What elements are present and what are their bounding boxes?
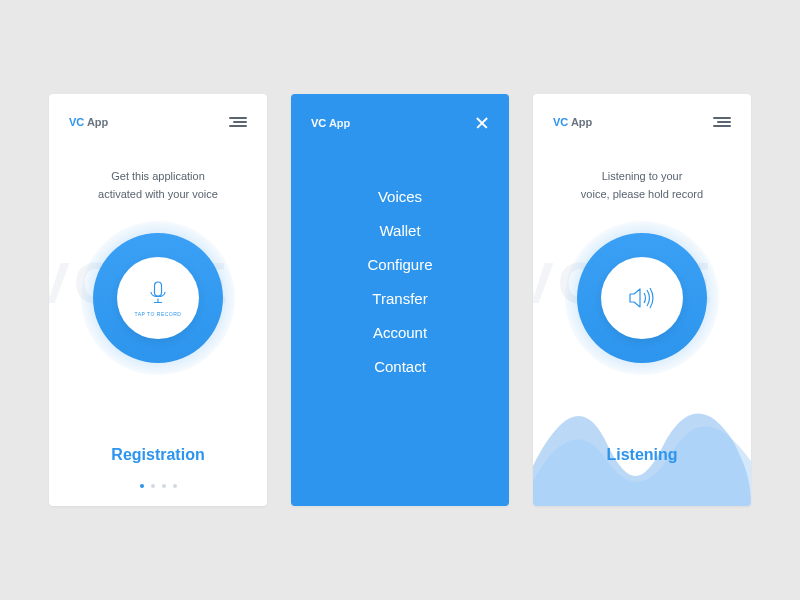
logo-vc: VC — [311, 117, 326, 129]
svg-rect-0 — [155, 282, 162, 296]
intro-text: Get this application activated with your… — [49, 168, 267, 203]
listen-button[interactable] — [577, 233, 707, 363]
intro-text: Listening to your voice, please hold rec… — [533, 168, 751, 203]
app-logo: VC App — [311, 117, 350, 129]
menu-item-transfer[interactable]: Transfer — [372, 290, 427, 307]
close-icon[interactable] — [475, 116, 489, 130]
logo-suffix: App — [84, 116, 108, 128]
screen-title: Listening — [533, 446, 751, 464]
hamburger-icon[interactable] — [713, 117, 731, 127]
logo-vc: VC — [69, 116, 84, 128]
logo-suffix: App — [568, 116, 592, 128]
menu-item-wallet[interactable]: Wallet — [379, 222, 420, 239]
header: VC App — [533, 94, 751, 128]
page-dot[interactable] — [140, 484, 144, 488]
menu-item-voices[interactable]: Voices — [378, 188, 422, 205]
registration-screen: VC App VOICE Get this application activa… — [49, 94, 267, 506]
header: VC App — [49, 94, 267, 128]
page-indicator — [49, 484, 267, 488]
intro-line: voice, please hold record — [553, 186, 731, 204]
speaker-icon — [628, 284, 656, 312]
menu-item-configure[interactable]: Configure — [367, 256, 432, 273]
tap-label: TAP TO RECORD — [135, 311, 182, 317]
menu-item-account[interactable]: Account — [373, 324, 427, 341]
menu-screen: VC App Voices Wallet Configure Transfer … — [291, 94, 509, 506]
page-dot[interactable] — [173, 484, 177, 488]
logo-suffix: App — [326, 117, 350, 129]
hamburger-icon[interactable] — [229, 117, 247, 127]
logo-vc: VC — [553, 116, 568, 128]
listening-screen: VC App VOICE Listening to your voice, pl… — [533, 94, 751, 506]
intro-line: Get this application — [69, 168, 247, 186]
intro-line: Listening to your — [553, 168, 731, 186]
microphone-icon — [147, 279, 169, 309]
app-logo: VC App — [69, 116, 108, 128]
menu-list: Voices Wallet Configure Transfer Account… — [291, 188, 509, 375]
page-dot[interactable] — [162, 484, 166, 488]
page-dot[interactable] — [151, 484, 155, 488]
app-logo: VC App — [553, 116, 592, 128]
menu-item-contact[interactable]: Contact — [374, 358, 426, 375]
screen-title: Registration — [49, 446, 267, 464]
record-button[interactable]: TAP TO RECORD — [93, 233, 223, 363]
intro-line: activated with your voice — [69, 186, 247, 204]
header: VC App — [291, 94, 509, 130]
